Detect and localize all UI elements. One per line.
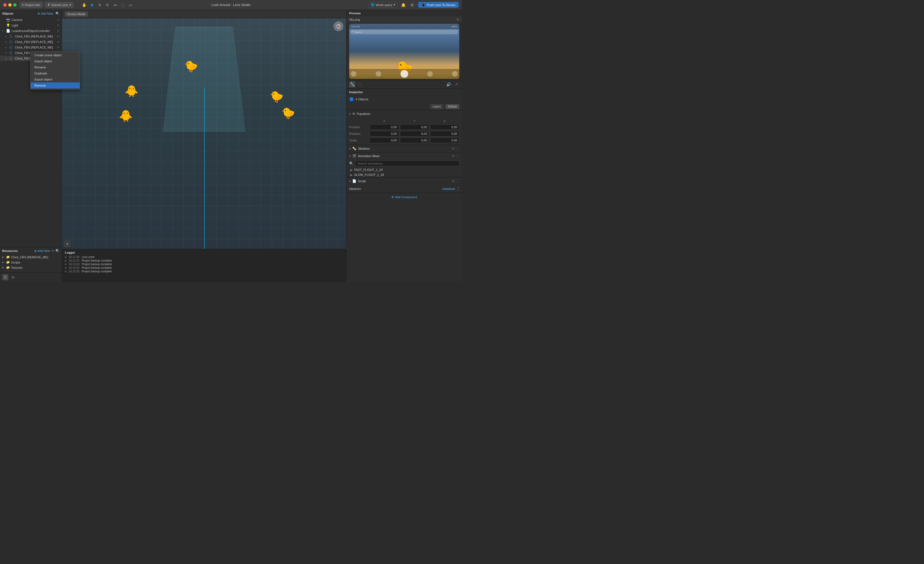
object-item-camera[interactable]: 📷 Camera 👁 <box>0 17 62 22</box>
rect-tool[interactable]: ▭ <box>128 2 134 8</box>
skeleton-settings-button[interactable]: ⚙ <box>452 147 455 151</box>
idle-anim-value: Initialized <box>442 187 455 190</box>
log-entry-1: 16:11:36 Lens reset <box>65 255 344 259</box>
arrow-down[interactable]: ▼ <box>457 189 459 191</box>
chick-viewport-2: 🐥 <box>124 85 138 97</box>
refresh-button[interactable]: ↻ <box>456 18 459 21</box>
ctx-duplicate[interactable]: Duplicate <box>31 70 80 76</box>
visibility-button[interactable]: 👁 <box>57 35 60 38</box>
submit-lens-button[interactable]: ⬆ Submit Lens ▾ <box>45 2 74 8</box>
anim-more-button[interactable]: ⋮ <box>456 154 459 158</box>
frame-tool[interactable]: ⬚ <box>120 2 126 8</box>
ctx-remove[interactable]: Remove <box>31 82 80 88</box>
ctx-create-scene-object[interactable]: Create scene object <box>31 52 80 58</box>
visibility-button[interactable]: 👁 <box>57 46 60 49</box>
notification-icon[interactable]: 🔔 <box>400 2 406 8</box>
phone-ctrl-left2[interactable] <box>376 71 381 76</box>
phone-search-bar[interactable]: 🔍 Search <box>350 30 458 34</box>
add-component-button[interactable]: ⊕ Add Component <box>346 193 462 201</box>
anim-item-fast-flight[interactable]: ▶ FAST_FLIGHT_1_29 <box>346 167 462 172</box>
script-title: Script <box>358 180 450 183</box>
object-item-chick-1[interactable]: ▾ ⬡ Chick_FBX [REPLACE_ME] 👁 <box>0 34 62 39</box>
phone-ctrl-left[interactable] <box>351 71 356 76</box>
visibility-button[interactable]: 👁 <box>57 40 60 43</box>
objects-search-button[interactable]: 🔍 <box>56 12 60 15</box>
script-settings-button[interactable]: ⚙ <box>452 179 455 183</box>
script-header[interactable]: ▾ 📄 Script ⚙ ⋮ <box>346 178 462 185</box>
phone-ctrl-right2[interactable] <box>452 71 458 76</box>
preview-filename: Sky.png <box>349 18 454 21</box>
phone-ctrl-right1[interactable] <box>427 71 433 76</box>
layers-button[interactable]: Layers <box>430 104 443 109</box>
objects-title: Objects <box>2 12 38 15</box>
resource-item-scripts[interactable]: ▶ 📁 Scripts <box>0 260 62 265</box>
screen-mode-button[interactable]: Screen Mode <box>65 12 88 16</box>
push-lens-button[interactable]: 📱 Push Lens To Device <box>418 2 459 8</box>
object-item-controller[interactable]: ▾ 📄 LookAroundObjectController 👁 <box>0 28 62 34</box>
phone-ctrl-main[interactable] <box>400 70 408 78</box>
expand-arrow: ▶ <box>2 261 5 263</box>
resource-item-chick[interactable]: ▶ 📁 Chick_FBX [REMOVE_ME] <box>0 254 62 260</box>
anim-item-slow-flight[interactable]: ▶ SLOW_FLIGHT_1_39 <box>346 172 462 177</box>
anim-search-input[interactable] <box>355 161 459 166</box>
scale-tool[interactable]: ⇔ <box>112 2 118 8</box>
rotation-x-input[interactable] <box>370 131 399 136</box>
visibility-button[interactable]: 👁 <box>57 18 60 21</box>
resource-item-textures[interactable]: ▶ 📁 Textures <box>0 265 62 270</box>
titlebar-left: ℹ Project Info ⬆ Submit Lens ▾ ✋ ⊕ ✛ ↻ ⇔… <box>20 2 134 8</box>
rotation-z-input[interactable] <box>430 131 459 136</box>
move-tool[interactable]: ✛ <box>97 2 103 8</box>
visibility-button[interactable]: 👁 <box>57 24 60 27</box>
scale-z-input[interactable] <box>430 138 459 143</box>
position-x-input[interactable] <box>370 124 399 130</box>
chick-icon-3: ⬡ <box>9 45 14 49</box>
expand-arrow: ▾ <box>6 35 8 38</box>
scale-x-input[interactable] <box>370 138 399 143</box>
viewport-canvas[interactable]: 👻 🐤 🐥 🐤 🐥 🐤 ⊞ <box>62 18 346 249</box>
skeleton-header[interactable]: ▾ 🦴 Skeleton ⚙ ⋮ <box>346 145 462 152</box>
object-item-light[interactable]: 💡 Light 👁 <box>0 22 62 28</box>
anim-settings-button[interactable]: ⚙ <box>452 154 455 158</box>
list-view-button[interactable]: ☰ <box>2 274 8 280</box>
resources-add-new-button[interactable]: ⊕ Add New <box>34 249 50 253</box>
arrow-up[interactable]: ▲ <box>457 186 459 188</box>
ctx-import-object[interactable]: Import object <box>31 58 80 64</box>
scale-y-input[interactable] <box>400 138 429 143</box>
visibility-button[interactable]: 👁 <box>57 30 60 33</box>
skeleton-more-button[interactable]: ⋮ <box>456 147 459 151</box>
object-item-chick-3[interactable]: ▾ ⬡ Chick_FBX [REPLACE_ME] 👁 <box>0 45 62 50</box>
object-item-chick-2[interactable]: ▾ ⬡ Chick_FBX [REPLACE_ME] 👁 <box>0 39 62 45</box>
inspector-layers-icon[interactable]: ⬚ <box>357 81 363 87</box>
rotate-tool[interactable]: ↻ <box>105 2 111 8</box>
script-more-button[interactable]: ⋮ <box>456 179 459 183</box>
position-z-input[interactable] <box>430 124 459 130</box>
transform-header[interactable]: ▾ ⟲ Transform <box>346 110 462 117</box>
export-icon[interactable]: ↗ <box>453 81 459 87</box>
position-y-input[interactable] <box>400 124 429 130</box>
ctx-export-object[interactable]: Export object <box>31 76 80 82</box>
hand-tool[interactable]: ✋ <box>81 2 87 8</box>
titlebar: ℹ Project Info ⬆ Submit Lens ▾ ✋ ⊕ ✛ ↻ ⇔… <box>0 0 462 10</box>
worldspace-button[interactable]: 🌐 World space ▾ <box>368 2 398 8</box>
animation-mixer-header[interactable]: ▾ 🎬 Animation Mixer ⚙ ⋮ <box>346 153 462 160</box>
rotation-y-input[interactable] <box>400 131 429 136</box>
resources-search-button[interactable]: 🔍 <box>56 249 60 253</box>
grid-view-button[interactable]: ⊞ <box>10 274 16 280</box>
cursor-tool[interactable]: ⊕ <box>89 2 95 8</box>
maximize-button[interactable] <box>13 3 16 7</box>
chick-viewport-1: 🐤 <box>184 60 198 73</box>
script-actions: ⚙ ⋮ <box>452 179 459 183</box>
minimize-button[interactable] <box>8 3 12 7</box>
project-info-button[interactable]: ℹ Project Info <box>20 2 43 8</box>
viewport-tool-1[interactable]: ⊞ <box>64 241 70 247</box>
objects-add-new-button[interactable]: ⊕ Add New <box>38 12 53 15</box>
settings-icon[interactable]: ⚙ <box>410 2 416 8</box>
close-button[interactable] <box>3 3 7 7</box>
filter-icon[interactable]: ⚯ <box>52 249 54 253</box>
ctx-rename[interactable]: Rename <box>31 64 80 70</box>
log-dot <box>65 260 66 262</box>
anim-search-icon: 🔍 <box>349 162 353 165</box>
inspector-view-icon[interactable]: 🔧 <box>349 81 355 87</box>
audio-icon[interactable]: 🔊 <box>446 81 452 87</box>
default-button[interactable]: Default <box>446 104 459 109</box>
